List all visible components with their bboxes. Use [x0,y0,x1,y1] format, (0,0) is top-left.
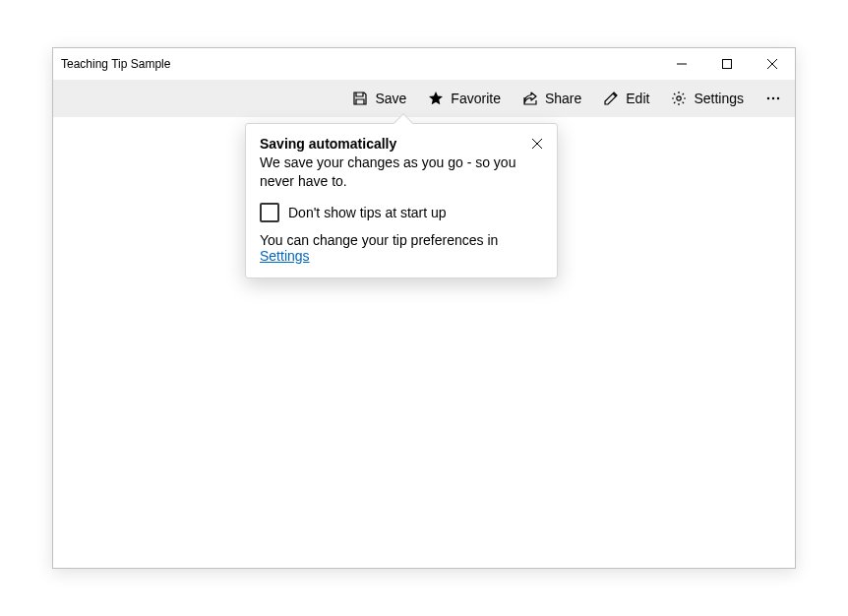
app-window: Teaching Tip Sample Save Favorite [52,47,796,569]
tip-body: We save your changes as you go - so you … [260,154,543,191]
share-icon [522,91,538,106]
gear-icon [671,91,687,106]
minimize-button[interactable] [659,48,704,80]
svg-point-5 [767,97,769,99]
edit-label: Edit [626,91,649,106]
favorite-label: Favorite [451,91,501,106]
save-button[interactable]: Save [342,85,416,112]
svg-rect-1 [723,60,732,69]
command-bar: Save Favorite Share Edit Settings [53,80,795,117]
share-label: Share [545,91,581,106]
tip-checkbox-row: Don't show tips at start up [260,203,543,222]
settings-label: Settings [694,91,744,106]
tip-footer: You can change your tip preferences in S… [260,232,543,264]
favorite-button[interactable]: Favorite [418,85,511,112]
tip-caret [394,113,413,133]
tip-close-button[interactable] [527,134,547,154]
svg-point-4 [677,96,681,100]
svg-point-7 [777,97,779,99]
teaching-tip: Saving automatically We save your change… [245,123,558,278]
edit-button[interactable]: Edit [593,85,659,112]
maximize-button[interactable] [704,48,750,80]
tip-title: Saving automatically [260,136,543,152]
dont-show-checkbox[interactable] [260,203,279,222]
maximize-icon [722,59,732,69]
content-area: Saving automatically We save your change… [53,117,795,568]
window-title: Teaching Tip Sample [61,57,659,71]
tip-footer-text: You can change your tip preferences in [260,232,498,248]
more-button[interactable] [756,85,791,112]
star-icon [428,91,444,106]
window-controls [659,48,795,80]
settings-button[interactable]: Settings [661,85,754,112]
save-icon [352,91,368,106]
edit-icon [603,91,619,106]
close-icon [767,59,777,69]
more-icon [765,91,781,106]
title-bar: Teaching Tip Sample [53,48,795,80]
share-button[interactable]: Share [513,85,591,112]
close-window-button[interactable] [750,48,795,80]
close-icon [532,139,542,149]
minimize-icon [677,59,687,69]
svg-point-6 [772,97,774,99]
tip-settings-link[interactable]: Settings [260,248,310,264]
dont-show-label: Don't show tips at start up [288,205,447,220]
save-label: Save [375,91,406,106]
